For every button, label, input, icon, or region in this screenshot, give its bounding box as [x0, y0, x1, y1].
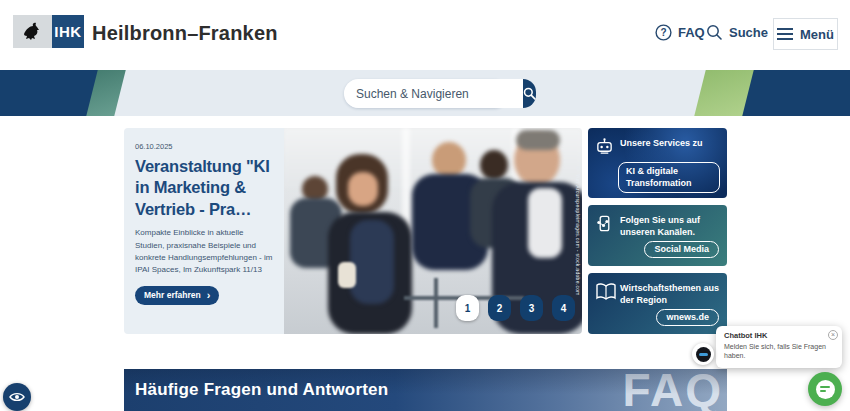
news-photo: © Yuri Arcurspeopleimages.com - stock.ad…: [284, 128, 582, 334]
faq-banner-title: Häufige Fragen und Antworten: [135, 380, 388, 400]
menu-label: Menü: [800, 27, 834, 42]
tile-label: Wirtschaftsthemen aus der Region: [620, 282, 721, 306]
faq-label: FAQ: [678, 25, 705, 40]
carousel-pagination: 1 2 3 4: [456, 295, 575, 321]
social-media-tile[interactable]: Folgen Sie uns auf unseren Kanälen. Soci…: [588, 205, 727, 266]
social-media-button[interactable]: Social Media: [644, 241, 719, 258]
question-circle-icon: ?: [655, 24, 672, 41]
robot-icon: [595, 137, 614, 160]
svg-text:?: ?: [660, 27, 666, 38]
pagination-button-4[interactable]: 4: [552, 295, 575, 321]
ki-transformation-button[interactable]: KI & digitale Transformation: [618, 162, 720, 193]
wnews-button[interactable]: wnews.de: [656, 309, 719, 326]
news-summary: Kompakte Einblicke in aktuelle Studien, …: [135, 227, 273, 277]
chat-fab-button[interactable]: [808, 372, 842, 406]
news-title: Veranstaltung "KI in Marketing & Vertrie…: [135, 156, 273, 220]
ihk-eagle-logo[interactable]: [13, 15, 52, 48]
tile-label: Unsere Services zu: [620, 137, 721, 149]
decor-navy-right-shape: [741, 70, 850, 116]
chatbot-avatar: [692, 343, 714, 365]
news-text-panel: 06.10.2025 Veranstaltung "KI in Marketin…: [124, 128, 284, 334]
tile-label: Folgen Sie uns auf unseren Kanälen.: [620, 214, 721, 238]
wnews-tile[interactable]: Wirtschaftsthemen aus der Region wnews.d…: [588, 273, 727, 334]
faq-link[interactable]: ? FAQ: [655, 24, 705, 41]
chatbot-title: Chatbot IHK: [724, 331, 832, 340]
suche-label: Suche: [729, 25, 768, 40]
pagination-button-3[interactable]: 3: [520, 295, 543, 321]
hamburger-icon: [777, 25, 793, 43]
header: IHK Heilbronn–Franken ? FAQ Suche Menü: [0, 0, 850, 70]
site-search: [344, 79, 508, 108]
chatbot-message: Melden Sie sich, falls Sie Fragen haben.: [724, 342, 832, 361]
accessibility-button[interactable]: [3, 383, 31, 411]
smartphone-share-icon: [595, 214, 614, 237]
more-info-label: Mehr erfahren: [144, 290, 201, 300]
eye-icon: [9, 391, 25, 403]
chat-icon: [816, 380, 835, 399]
search-icon: [523, 87, 536, 100]
eagle-icon: [20, 20, 46, 44]
close-icon[interactable]: ×: [828, 330, 838, 340]
ihk-logo-text: IHK: [54, 23, 81, 40]
news-date: 06.10.2025: [135, 142, 273, 151]
pagination-button-2[interactable]: 2: [488, 295, 511, 321]
more-info-button[interactable]: Mehr erfahren ›: [135, 286, 219, 305]
decor-navy-left-shape: [0, 70, 99, 116]
menu-button[interactable]: Menü: [773, 18, 838, 50]
page: IHK Heilbronn–Franken ? FAQ Suche Menü: [0, 0, 850, 411]
magazine-icon: [595, 282, 617, 306]
search-icon: [706, 24, 723, 41]
search-input[interactable]: [344, 79, 523, 108]
ihk-logo-box[interactable]: IHK: [52, 15, 84, 48]
arrow-right-icon: ›: [207, 290, 211, 301]
region-title: Heilbronn–Franken: [92, 22, 278, 45]
pagination-button-1[interactable]: 1: [456, 295, 479, 321]
chatbot-popup: Chatbot IHK Melden Sie sich, falls Sie F…: [716, 326, 842, 368]
search-link[interactable]: Suche: [706, 24, 768, 41]
services-ki-tile[interactable]: Unsere Services zu KI & digitale Transfo…: [588, 128, 727, 198]
faq-banner[interactable]: FAQ Häufige Fragen und Antworten: [124, 369, 727, 411]
robot-face-icon: [696, 347, 711, 362]
news-card: 06.10.2025 Veranstaltung "KI in Marketin…: [124, 128, 582, 334]
photo-credit: © Yuri Arcurspeopleimages.com - stock.ad…: [575, 166, 581, 296]
